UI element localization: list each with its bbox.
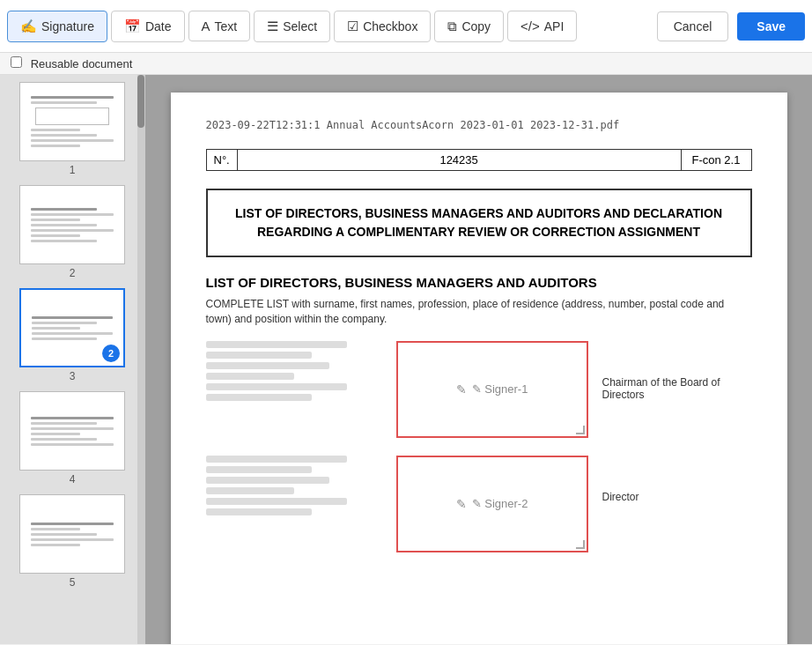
signer2-info — [206, 456, 382, 515]
thumb-lines-4 — [26, 409, 119, 454]
text-label: Text — [215, 19, 238, 33]
signer1-label: ✎ Signer-1 — [472, 382, 528, 396]
thumb-img-1 — [19, 82, 125, 161]
blurred-line — [206, 466, 312, 473]
thumb-lines-5 — [26, 515, 119, 554]
thumb-line — [31, 417, 114, 419]
blurred-line — [206, 477, 329, 484]
page-thumb-5[interactable]: 5 — [19, 494, 125, 589]
thumb-line — [32, 322, 97, 324]
thumb-label-2: 2 — [19, 267, 125, 279]
signer1-signature-box[interactable]: ✎ ✎ Signer-1 — [396, 341, 588, 438]
copy-button[interactable]: ⧉ Copy — [434, 11, 504, 42]
thumb-img-4 — [19, 391, 125, 471]
thumb-line — [31, 433, 81, 435]
signer2-blurred-lines — [206, 456, 382, 515]
select-button[interactable]: ☰ Select — [254, 11, 330, 42]
edit-icon: ✎ — [456, 497, 467, 511]
blurred-line — [206, 498, 347, 505]
cancel-button[interactable]: Cancel — [657, 11, 729, 41]
thumb-line — [31, 427, 114, 430]
document-filename: 2023-09-22T12:31:1 Annual AccountsAcorn … — [206, 119, 752, 131]
thumb-line — [31, 208, 97, 211]
thumb-lines-2 — [26, 200, 119, 250]
signer1-blurred-lines — [206, 341, 382, 401]
thumb-line — [31, 129, 81, 131]
toolbar: ✍ Signature 📅 Date A Text ☰ Select ☑ Che… — [0, 0, 812, 53]
signature-button[interactable]: ✍ Signature — [7, 11, 107, 42]
thumb-img-3: 2 — [19, 288, 125, 367]
signer2-signature-box[interactable]: ✎ ✎ Signer-2 — [396, 456, 588, 552]
thumb-lines-3 — [26, 308, 118, 348]
page-thumb-2[interactable]: 2 — [19, 185, 125, 279]
thumb-label-3: 3 — [19, 370, 125, 382]
thumb-line — [32, 316, 113, 319]
thumb-line — [31, 443, 114, 446]
signer1-row: ✎ ✎ Signer-1 Chairman of the Board of Di… — [206, 341, 752, 438]
thumb-img-2 — [19, 185, 125, 264]
sidebar-scrollbar-thumb[interactable] — [137, 75, 144, 128]
form-fcon: F-con 2.1 — [682, 149, 752, 171]
reusable-checkbox[interactable] — [11, 56, 22, 68]
checkbox-button[interactable]: ☑ Checkbox — [334, 11, 431, 42]
thumb-line — [31, 538, 114, 541]
thumb-box — [35, 108, 110, 125]
thumb-line — [32, 337, 97, 340]
reusable-bar: Reusable document — [0, 53, 812, 75]
sidebar-scrollbar[interactable] — [137, 75, 144, 644]
signature-label: Signature — [41, 19, 94, 33]
thumb-line — [31, 213, 114, 216]
copy-label: Copy — [461, 19, 491, 33]
section-title: LIST OF DIRECTORS, BUSINESS MANAGERS AND… — [206, 275, 752, 290]
checkbox-icon: ☑ — [347, 19, 358, 34]
text-button[interactable]: A Text — [188, 11, 251, 41]
document-title: LIST OF DIRECTORS, BUSINESS MANAGERS AND… — [225, 204, 733, 241]
api-button[interactable]: </> API — [507, 11, 577, 41]
document-viewer[interactable]: 2023-09-22T12:31:1 Annual AccountsAcorn … — [145, 75, 812, 644]
thumb-line — [31, 224, 97, 226]
thumb-line — [31, 134, 97, 137]
thumb-line — [32, 327, 80, 330]
select-label: Select — [283, 19, 317, 33]
thumb-line — [32, 332, 113, 335]
copy-icon: ⧉ — [447, 19, 457, 34]
date-button[interactable]: 📅 Date — [111, 11, 185, 42]
save-button[interactable]: Save — [737, 12, 805, 41]
edit-icon: ✎ — [456, 382, 467, 397]
date-label: Date — [145, 19, 172, 33]
text-icon: A — [202, 19, 210, 33]
main-area: 1 2 — [0, 75, 812, 644]
thumb-line — [31, 528, 81, 530]
form-number-value: 124235 — [238, 149, 682, 171]
signer1-info — [206, 341, 382, 401]
thumb-line — [31, 533, 97, 536]
document-instruction: COMPLETE LIST with surname, first names,… — [206, 297, 752, 327]
thumb-line — [31, 145, 81, 147]
reusable-label: Reusable document — [31, 57, 133, 70]
form-number-label: N°. — [206, 149, 238, 171]
page-thumb-4[interactable]: 4 — [19, 391, 125, 486]
resize-handle[interactable] — [576, 426, 585, 434]
thumb-line — [31, 422, 97, 425]
thumb-line — [31, 240, 97, 242]
page-thumbnail-sidebar: 1 2 — [0, 75, 145, 644]
thumb-label-1: 1 — [19, 164, 125, 176]
page-thumb-1[interactable]: 1 — [19, 82, 125, 176]
resize-handle[interactable] — [576, 540, 585, 549]
blurred-line — [206, 341, 347, 348]
thumb-line — [31, 219, 81, 221]
thumb-line — [31, 438, 97, 441]
blurred-line — [206, 362, 329, 369]
thumb-line — [31, 544, 81, 546]
blurred-line — [206, 487, 294, 494]
form-number-row: N°. 124235 F-con 2.1 — [206, 149, 752, 171]
thumb-line — [31, 101, 97, 104]
thumb-line — [31, 234, 81, 237]
checkbox-label: Checkbox — [363, 19, 417, 33]
blurred-line — [206, 373, 294, 380]
api-icon: </> — [520, 19, 540, 33]
signer2-row: ✎ ✎ Signer-2 Director — [206, 456, 752, 552]
page-thumb-3[interactable]: 2 3 — [19, 288, 125, 382]
signer1-role: Chairman of the Board of Directors — [602, 341, 752, 401]
document-page: 2023-09-22T12:31:1 Annual AccountsAcorn … — [171, 93, 787, 644]
